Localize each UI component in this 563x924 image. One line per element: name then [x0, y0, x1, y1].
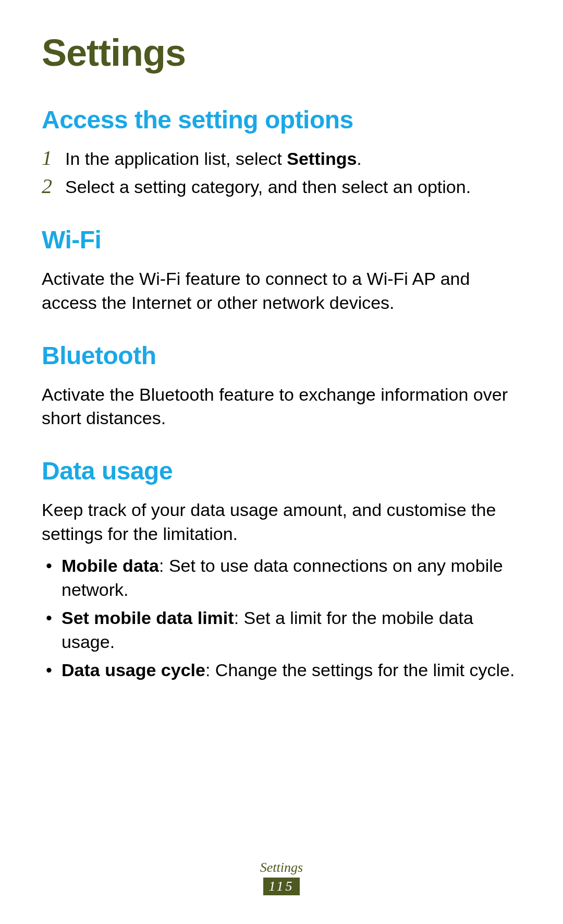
bullet-list: • Mobile data: Set to use data connectio…	[42, 554, 521, 682]
bullet-item: • Data usage cycle: Change the settings …	[42, 658, 521, 682]
body-text-data-usage: Keep track of your data usage amount, an…	[42, 498, 521, 682]
section-heading-wifi: Wi-Fi	[42, 225, 521, 254]
numbered-item: 2 Select a setting category, and then se…	[42, 175, 521, 199]
body-text-wifi: Activate the Wi-Fi feature to connect to…	[42, 267, 521, 315]
step-number: 1	[42, 148, 65, 169]
bullet-item: • Set mobile data limit: Set a limit for…	[42, 606, 521, 654]
footer: Settings 115	[0, 860, 563, 895]
bullet-text: Set mobile data limit: Set a limit for t…	[62, 606, 521, 654]
page-number: 115	[263, 878, 299, 895]
step-number: 2	[42, 176, 65, 197]
body-text-bluetooth: Activate the Bluetooth feature to exchan…	[42, 383, 521, 431]
bullet-text: Mobile data: Set to use data connections…	[62, 554, 521, 602]
bullet-icon: •	[46, 606, 62, 630]
section-heading-data-usage: Data usage	[42, 457, 521, 485]
bullet-item: • Mobile data: Set to use data connectio…	[42, 554, 521, 602]
section-heading-bluetooth: Bluetooth	[42, 341, 521, 370]
footer-label: Settings	[0, 860, 563, 875]
page-title: Settings	[42, 31, 521, 74]
numbered-item: 1 In the application list, select Settin…	[42, 147, 521, 171]
numbered-list-access: 1 In the application list, select Settin…	[42, 147, 521, 199]
bullet-icon: •	[46, 554, 62, 578]
step-text: In the application list, select Settings…	[65, 147, 362, 171]
bullet-icon: •	[46, 658, 62, 682]
section-heading-access: Access the setting options	[42, 105, 521, 134]
step-text: Select a setting category, and then sele…	[65, 175, 471, 199]
bullet-text: Data usage cycle: Change the settings fo…	[62, 658, 515, 682]
